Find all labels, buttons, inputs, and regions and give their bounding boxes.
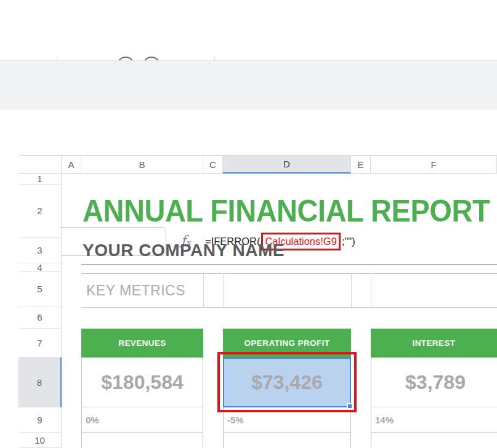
app-window: { "app": { "zoom": "100%", "filename": "… (0, 0, 497, 448)
cell-interest-header[interactable]: INTEREST (371, 329, 497, 358)
row-header-1[interactable]: 1 (18, 174, 62, 185)
cell-border (371, 274, 371, 307)
cell-interest-footer[interactable] (371, 433, 497, 448)
column-header-a[interactable]: A (62, 155, 81, 174)
column-header-c[interactable]: C (203, 155, 223, 174)
row-header-3[interactable]: 3 (18, 238, 62, 263)
row-header-9[interactable]: 9 (18, 407, 62, 433)
cell-interest-change[interactable]: 14% (371, 407, 497, 433)
formula-bar: D8 ƒₓ =IFERROR(Calculations!G9;"") (0, 110, 497, 155)
cell-operating-profit-footer[interactable] (223, 433, 351, 448)
column-header-b[interactable]: B (81, 155, 203, 174)
key-metrics-row[interactable]: KEY METRICS (81, 273, 497, 308)
cell-border (223, 274, 224, 307)
row-header-10[interactable]: 10 (18, 433, 62, 448)
section-divider-line (81, 264, 497, 265)
cell-operating-profit-header[interactable]: OPERATING PROFIT (223, 329, 351, 358)
column-header-e[interactable]: E (351, 155, 371, 174)
cell-operating-profit-value-selected[interactable]: $73,426 (223, 358, 351, 407)
cell-revenues-value[interactable]: $180,584 (81, 358, 203, 407)
row-header-8[interactable]: 8 (18, 358, 62, 407)
top-toolbar: 100% annual_financial_report.... (0, 23, 497, 60)
row-header-4[interactable]: 4 (18, 263, 62, 272)
row-header-2[interactable]: 2 (18, 185, 62, 238)
cell-border (351, 274, 352, 307)
column-header-f[interactable]: F (371, 155, 497, 174)
cell-key-metrics-label: KEY METRICS (86, 274, 185, 307)
cell-interest-value[interactable]: $3,789 (371, 358, 497, 407)
column-header-d[interactable]: D (223, 155, 351, 174)
row-header-6[interactable]: 6 (18, 306, 62, 329)
cell-border (203, 274, 204, 307)
cell-operating-profit-change[interactable]: -5% (223, 407, 351, 433)
row-header-5[interactable]: 5 (18, 272, 62, 306)
selection-fill-handle[interactable] (347, 403, 353, 409)
edit-toolbar: Franklin Gothic M (0, 60, 497, 110)
row-header-7[interactable]: 7 (18, 329, 62, 358)
cell-revenues-change[interactable]: 0% (81, 407, 203, 433)
cell-company-name[interactable]: YOUR COMPANY NAME (83, 238, 390, 263)
cell-revenues-footer[interactable] (81, 433, 203, 448)
cell-revenues-header[interactable]: REVENUES (81, 329, 203, 358)
corner-header-cell[interactable] (18, 155, 62, 174)
cell-report-title[interactable]: ANNUAL FINANCIAL REPORT (83, 185, 476, 238)
